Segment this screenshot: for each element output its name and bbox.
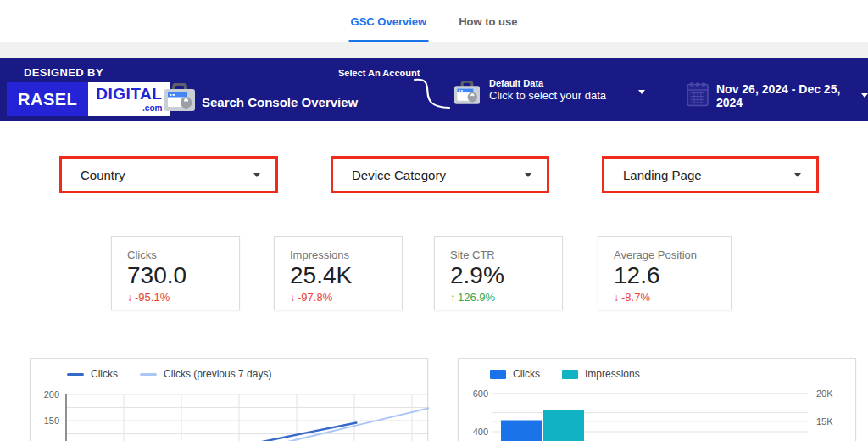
- data-source-hint: Click to select your data: [489, 89, 606, 102]
- report-tab-bar: GSC Overview How to use: [0, 0, 868, 42]
- caret-down-icon: [253, 173, 260, 177]
- clicks-time-series-chart: Clicks Clicks (previous 7 days) 200150: [30, 358, 428, 441]
- date-range-caret-down-icon: [861, 93, 868, 98]
- line-chart-plot: 200150: [31, 387, 429, 441]
- scorecard-average-position: Average Position 12.6 ↓ -8.7%: [598, 236, 732, 310]
- legend-label: Clicks (previous 7 days): [164, 368, 271, 380]
- date-range-picker[interactable]: Nov 26, 2024 - Dec 25, 2024: [687, 81, 868, 110]
- logo-tld-text: .com: [96, 103, 162, 113]
- data-source-name: Default Data: [489, 78, 606, 88]
- bar-chart-plot: 60040020K15K: [459, 387, 857, 441]
- line-chart-legend: Clicks Clicks (previous 7 days): [67, 368, 271, 380]
- scorecard-value: 730.0: [127, 262, 239, 288]
- filter-landing-page-label: Landing Page: [623, 168, 702, 182]
- tab-how-to-use[interactable]: How to use: [457, 0, 519, 42]
- filter-device-category[interactable]: Device Category: [331, 156, 549, 193]
- filter-country-label: Country: [81, 168, 125, 182]
- scorecard-impressions: Impressions 25.4K ↓ -97.8%: [274, 236, 403, 310]
- scorecard-clicks: Clicks 730.0 ↓ -95.1%: [111, 236, 240, 310]
- select-account-hint-label: Select An Account: [338, 68, 420, 78]
- scorecard-value: 2.9%: [450, 262, 562, 288]
- line-swatch-clicks: [67, 373, 84, 376]
- caret-down-icon: [794, 173, 801, 177]
- scorecard-change: 126.9%: [458, 291, 495, 304]
- data-source-selector[interactable]: Default Data Click to select your data: [454, 81, 606, 109]
- tab-gsc-overview[interactable]: GSC Overview: [349, 0, 429, 42]
- arrow-down-icon: ↓: [127, 292, 132, 304]
- svg-text:15K: 15K: [816, 416, 833, 427]
- filter-country[interactable]: Country: [59, 156, 278, 193]
- scorecard-value: 25.4K: [290, 262, 402, 288]
- designed-by-label: DESIGNED BY: [24, 66, 103, 79]
- line-swatch-clicks-previous: [140, 373, 157, 376]
- arrow-down-icon: ↓: [614, 292, 619, 304]
- scorecard-label: Impressions: [290, 248, 402, 261]
- bar-chart-legend: Clicks Impressions: [490, 368, 640, 380]
- date-range-value: Nov 26, 2024 - Dec 25, 2024: [716, 82, 849, 109]
- legend-label: Clicks: [91, 368, 118, 380]
- calendar-icon: [687, 81, 709, 110]
- arrow-down-icon: ↓: [290, 292, 295, 304]
- svg-text:20K: 20K: [816, 388, 833, 399]
- search-console-toolbox-icon: [164, 83, 195, 115]
- rasel-digital-logo: RASEL DIGITAL .com: [7, 82, 170, 116]
- legend-label: Clicks: [513, 368, 540, 380]
- clicks-impressions-bar-chart: Clicks Impressions 60040020K15K: [458, 358, 856, 441]
- svg-text:150: 150: [44, 416, 59, 426]
- svg-text:400: 400: [473, 427, 488, 437]
- scorecard-label: Clicks: [127, 248, 239, 261]
- scorecard-value: 12.6: [614, 262, 731, 288]
- svg-text:200: 200: [44, 389, 59, 399]
- scorecard-change: -97.8%: [298, 291, 332, 304]
- logo-secondary-text: DIGITAL: [96, 85, 162, 103]
- scorecard-label: Site CTR: [450, 248, 562, 261]
- scorecard-label: Average Position: [614, 248, 731, 261]
- data-source-caret-down-icon: [638, 90, 645, 94]
- filter-landing-page[interactable]: Landing Page: [602, 156, 819, 193]
- caret-down-icon: [525, 173, 531, 177]
- report-header: DESIGNED BY RASEL DIGITAL .com Search Co…: [0, 58, 868, 121]
- arrow-up-icon: ↑: [450, 292, 455, 304]
- bar-swatch-clicks: [490, 370, 506, 379]
- scorecard-change: -95.1%: [135, 291, 170, 304]
- page-background-band: [0, 42, 868, 58]
- dashboard-page: GSC Overview How to use DESIGNED BY RASE…: [0, 0, 868, 441]
- svg-text:600: 600: [473, 388, 488, 399]
- curved-arrow-icon: [413, 75, 453, 114]
- bar-swatch-impressions: [562, 370, 578, 379]
- data-source-toolbox-icon: [454, 81, 480, 109]
- logo-secondary-block: DIGITAL .com: [88, 82, 170, 116]
- filter-device-category-label: Device Category: [352, 168, 446, 182]
- logo-primary-text: RASEL: [7, 82, 88, 116]
- scorecard-change: -8.7%: [621, 291, 650, 304]
- legend-label: Impressions: [585, 368, 640, 380]
- report-title: Search Console Overview: [202, 95, 358, 109]
- scorecard-site-ctr: Site CTR 2.9% ↑ 126.9%: [434, 236, 563, 310]
